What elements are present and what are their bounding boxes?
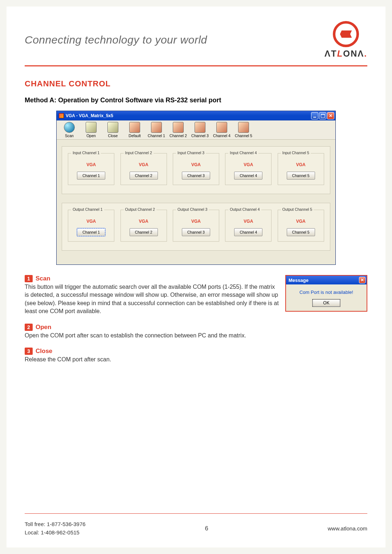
signal-type: VGA [175, 219, 217, 224]
local-label: Local: [25, 529, 39, 535]
feature-3-row: 3 Close Release the COM port after scan. [25, 348, 367, 364]
toolbar-label: Close [102, 134, 123, 138]
app-window: VGA - VGA_Matrix_5x5 Scan Open Close Def… [56, 111, 336, 265]
toolbar-scan[interactable]: Scan [59, 122, 80, 138]
toolbar-open[interactable]: Open [81, 122, 102, 138]
signal-type: VGA [175, 162, 217, 167]
toolbar-channel-5[interactable]: Channel 5 [233, 122, 254, 138]
channel-button[interactable]: Channel 1 [77, 172, 105, 180]
default-icon [129, 122, 140, 133]
signal-type: VGA [123, 162, 165, 167]
toolbar-channel-2[interactable]: Channel 2 [168, 122, 189, 138]
output-channel-5: Output Channel 5VGAChannel 5 [278, 210, 324, 242]
feature-title-close: Close [36, 348, 52, 355]
channel-button[interactable]: Channel 4 [234, 228, 262, 236]
channel-icon [216, 122, 227, 133]
message-body: Com Port is not available! OK [286, 284, 367, 311]
tagline: Connecting technology to your world [25, 34, 207, 46]
close-icon [107, 122, 118, 133]
channel-button[interactable]: Channel 1 [77, 228, 105, 236]
toolbar-label: Channel 4 [211, 134, 232, 138]
close-button[interactable] [327, 112, 334, 119]
group-legend: Input Channel 1 [71, 151, 101, 155]
maximize-button[interactable] [319, 112, 326, 119]
output-channel-3: Output Channel 3VGAChannel 3 [173, 210, 219, 242]
group-legend: Input Channel 5 [281, 151, 311, 155]
feature-title-open: Open [36, 324, 51, 331]
toolbar: Scan Open Close Default Channel 1 Channe… [57, 120, 335, 140]
feature-title-scan: Scan [36, 275, 50, 282]
toolbar-default[interactable]: Default [124, 122, 145, 138]
num-badge-1: 1 [25, 275, 33, 282]
channel-icon [173, 122, 184, 133]
toolbar-label: Open [81, 134, 102, 138]
channel-button[interactable]: Channel 2 [130, 172, 158, 180]
toolbar-channel-1[interactable]: Channel 1 [146, 122, 167, 138]
section-title: CHANNEL CONTROL [25, 79, 367, 89]
feature-2-row: 2 Open Open the COM port after scan to e… [25, 324, 367, 340]
signal-type: VGA [70, 219, 112, 224]
channel-icon [151, 122, 162, 133]
input-panel: Input Channel 1VGAChannel 1 Input Channe… [62, 146, 330, 194]
channel-button[interactable]: Channel 4 [234, 172, 262, 180]
feature-body-scan: This button will trigger the automatic s… [25, 283, 279, 316]
scan-icon [64, 122, 75, 133]
channel-icon [195, 122, 205, 133]
signal-type: VGA [227, 219, 269, 224]
toolbar-label: Channel 1 [146, 134, 167, 138]
brand-logo: ΛTLONΛ. [324, 21, 367, 59]
contact-phones: Toll free: 1-877-536-3976 Local: 1-408-9… [25, 520, 86, 537]
signal-type: VGA [123, 219, 165, 224]
group-legend: Output Channel 1 [71, 207, 104, 212]
group-legend: Input Channel 2 [124, 151, 154, 155]
input-channel-4: Input Channel 4VGAChannel 4 [225, 153, 271, 185]
toolbar-label: Scan [59, 134, 80, 138]
toolbar-close[interactable]: Close [102, 122, 123, 138]
toolbar-label: Channel 2 [168, 134, 189, 138]
output-channel-1: Output Channel 1VGAChannel 1 [68, 210, 114, 242]
group-legend: Output Channel 2 [124, 207, 156, 212]
toolbar-channel-4[interactable]: Channel 4 [211, 122, 232, 138]
toolbar-label: Default [124, 134, 145, 138]
toolbar-label: Channel 5 [233, 134, 254, 138]
brand-name: ΛTLONΛ. [324, 49, 367, 59]
signal-type: VGA [280, 162, 322, 167]
channel-button[interactable]: Channel 3 [182, 172, 210, 180]
window-controls [311, 112, 334, 119]
group-legend: Input Channel 3 [176, 151, 206, 155]
title-bar: VGA - VGA_Matrix_5x5 [57, 111, 335, 120]
channel-button[interactable]: Channel 2 [130, 228, 158, 236]
channel-button[interactable]: Channel 5 [287, 228, 315, 236]
signal-type: VGA [280, 219, 322, 224]
channel-button[interactable]: Channel 5 [287, 172, 315, 180]
message-title: Message [289, 278, 309, 283]
output-channel-2: Output Channel 2VGAChannel 2 [121, 210, 167, 242]
feature-body-open: Open the COM port after scan to establis… [25, 332, 301, 340]
input-channel-5: Input Channel 5VGAChannel 5 [278, 153, 324, 185]
channel-button[interactable]: Channel 3 [182, 228, 210, 236]
feature-body-close: Release the COM port after scan. [25, 356, 301, 364]
group-legend: Output Channel 4 [228, 207, 261, 212]
group-legend: Output Channel 3 [176, 207, 209, 212]
input-channel-2: Input Channel 2VGAChannel 2 [121, 153, 167, 185]
minimize-button[interactable] [311, 112, 318, 119]
signal-type: VGA [227, 162, 269, 167]
toll-free-number: 1-877-536-3976 [47, 521, 86, 527]
page-footer: Toll free: 1-877-536-3976 Local: 1-408-9… [25, 513, 367, 537]
toolbar-channel-3[interactable]: Channel 3 [189, 122, 211, 138]
toolbar-label: Channel 3 [189, 134, 211, 138]
ok-button[interactable]: OK [313, 299, 340, 307]
window-title: VGA - VGA_Matrix_5x5 [66, 113, 113, 118]
output-panel: Output Channel 1VGAChannel 1 Output Chan… [62, 203, 330, 251]
panel-area: Input Channel 1VGAChannel 1 Input Channe… [57, 140, 335, 264]
page-header: Connecting technology to your world ΛTLO… [25, 21, 367, 66]
signal-type: VGA [70, 162, 112, 167]
num-badge-2: 2 [25, 324, 33, 331]
feature-1-row: 1 Scan This button will trigger the auto… [25, 275, 367, 316]
page: Connecting technology to your world ΛTLO… [7, 7, 385, 547]
num-badge-3: 3 [25, 348, 33, 355]
toll-free-label: Toll free: [25, 521, 45, 527]
logo-icon [333, 21, 359, 47]
method-a-heading: Method A: Operation by Control Software … [25, 97, 367, 104]
message-close-button[interactable] [359, 277, 366, 283]
